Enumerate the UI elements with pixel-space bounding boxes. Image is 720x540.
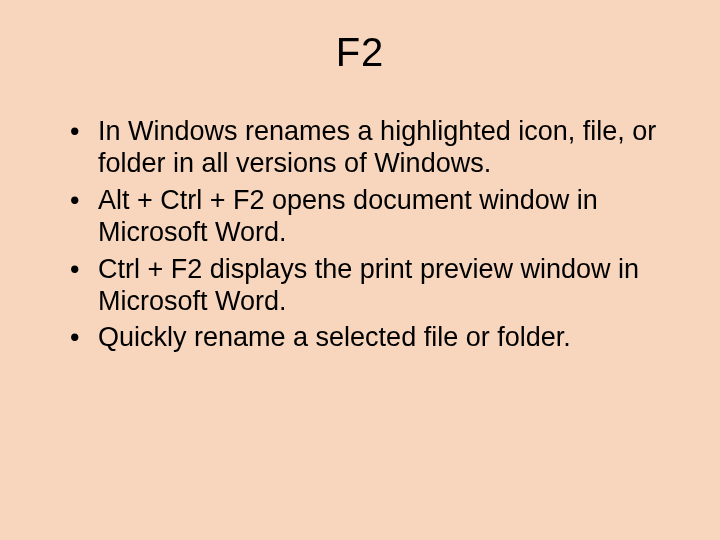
list-item: Alt + Ctrl + F2 opens document window in… [70, 184, 660, 249]
list-item: Ctrl + F2 displays the print preview win… [70, 253, 660, 318]
slide-title: F2 [60, 30, 660, 75]
bullet-list: In Windows renames a highlighted icon, f… [60, 115, 660, 354]
list-item: In Windows renames a highlighted icon, f… [70, 115, 660, 180]
slide: F2 In Windows renames a highlighted icon… [0, 0, 720, 540]
list-item: Quickly rename a selected file or folder… [70, 321, 660, 353]
